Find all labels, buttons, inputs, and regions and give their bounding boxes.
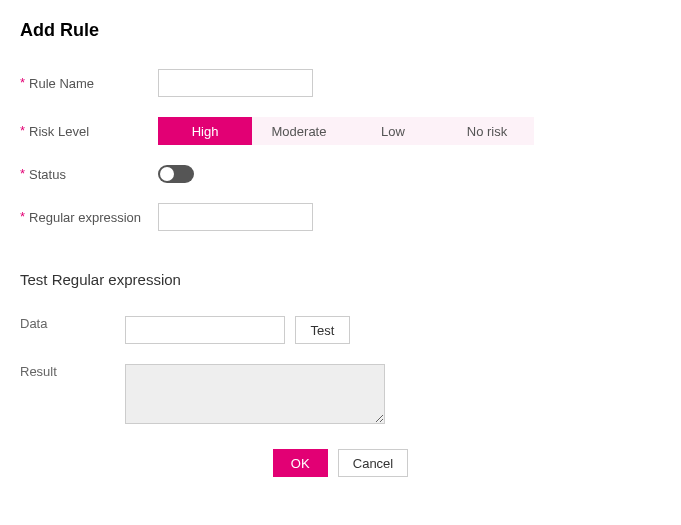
risk-level-label: * Risk Level (20, 124, 158, 139)
test-section-title: Test Regular expression (20, 271, 661, 288)
data-row: Data Test (20, 316, 661, 344)
status-row: * Status (20, 165, 661, 183)
data-label: Data (20, 316, 125, 331)
cancel-button[interactable]: Cancel (338, 449, 408, 477)
regex-label-text: Regular expression (29, 210, 141, 225)
test-button[interactable]: Test (295, 316, 350, 344)
required-marker: * (20, 167, 25, 180)
status-toggle[interactable] (158, 165, 194, 183)
switch-knob (160, 167, 174, 181)
result-row: Result (20, 364, 661, 424)
rule-name-label: * Rule Name (20, 76, 158, 91)
rule-name-row: * Rule Name (20, 69, 661, 97)
risk-option-low[interactable]: Low (346, 117, 440, 145)
risk-option-high[interactable]: High (158, 117, 252, 145)
required-marker: * (20, 210, 25, 223)
data-input[interactable] (125, 316, 285, 344)
rule-name-input[interactable] (158, 69, 313, 97)
risk-option-moderate[interactable]: Moderate (252, 117, 346, 145)
risk-level-group: High Moderate Low No risk (158, 117, 661, 145)
risk-level-label-text: Risk Level (29, 124, 89, 139)
status-label-text: Status (29, 167, 66, 182)
regex-input[interactable] (158, 203, 313, 231)
result-label: Result (20, 364, 125, 379)
required-marker: * (20, 124, 25, 137)
regex-label: * Regular expression (20, 210, 158, 225)
risk-option-norisk[interactable]: No risk (440, 117, 534, 145)
ok-button[interactable]: OK (273, 449, 328, 477)
footer-buttons: OK Cancel (20, 449, 661, 477)
required-marker: * (20, 76, 25, 89)
status-label: * Status (20, 167, 158, 182)
risk-level-row: * Risk Level High Moderate Low No risk (20, 117, 661, 145)
result-area[interactable] (125, 364, 385, 424)
page-title: Add Rule (20, 20, 661, 41)
regex-row: * Regular expression (20, 203, 661, 231)
rule-name-label-text: Rule Name (29, 76, 94, 91)
